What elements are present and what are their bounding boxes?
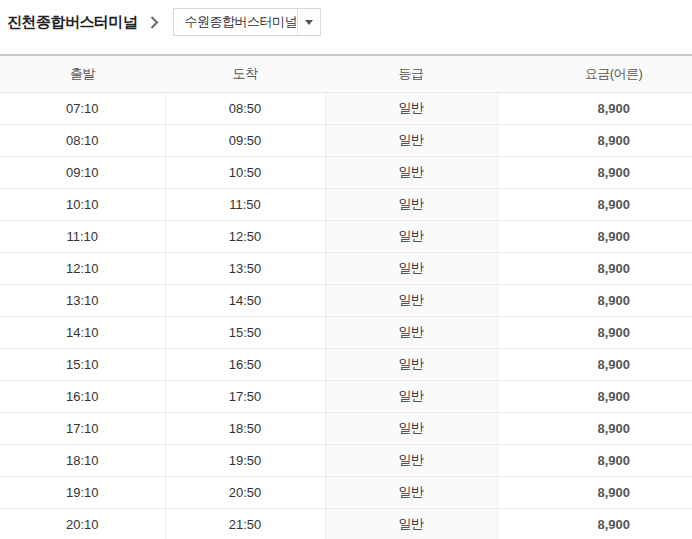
fare-adult: 8,900 (497, 316, 692, 348)
departure-time: 17:10 (0, 412, 165, 444)
fare-adult: 8,900 (497, 412, 692, 444)
table-row: 13:10 14:50 일반 8,900 (0, 284, 692, 316)
table-row: 14:10 15:50 일반 8,900 (0, 316, 692, 348)
col-header-fare: 요금(어른) (497, 55, 692, 92)
table-row: 16:10 17:50 일반 8,900 (0, 380, 692, 412)
departure-time: 13:10 (0, 284, 165, 316)
dropdown-arrow-icon[interactable] (297, 9, 320, 35)
table-row: 20:10 21:50 일반 8,900 (0, 508, 692, 539)
col-header-grade: 등급 (325, 55, 497, 92)
bus-grade: 일반 (325, 476, 497, 508)
fare-adult: 8,900 (497, 188, 692, 220)
table-row: 10:10 11:50 일반 8,900 (0, 188, 692, 220)
destination-dropdown-value: 수원종합버스터미널 (174, 9, 298, 35)
origin-terminal-title: 진천종합버스터미널 (7, 13, 138, 32)
arrival-time: 16:50 (165, 348, 325, 380)
fare-adult: 8,900 (497, 284, 692, 316)
departure-time: 16:10 (0, 380, 165, 412)
bus-grade: 일반 (325, 92, 497, 124)
fare-adult: 8,900 (497, 92, 692, 124)
table-row: 17:10 18:50 일반 8,900 (0, 412, 692, 444)
departure-time: 10:10 (0, 188, 165, 220)
arrival-time: 15:50 (165, 316, 325, 348)
departure-time: 08:10 (0, 124, 165, 156)
arrival-time: 11:50 (165, 188, 325, 220)
arrival-time: 08:50 (165, 92, 325, 124)
breadcrumb: 진천종합버스터미널 수원종합버스터미널 (7, 8, 692, 36)
bus-grade: 일반 (325, 252, 497, 284)
table-row: 12:10 13:50 일반 8,900 (0, 252, 692, 284)
arrival-time: 09:50 (165, 124, 325, 156)
table-row: 11:10 12:50 일반 8,900 (0, 220, 692, 252)
departure-time: 19:10 (0, 476, 165, 508)
departure-time: 12:10 (0, 252, 165, 284)
fare-adult: 8,900 (497, 508, 692, 539)
fare-adult: 8,900 (497, 124, 692, 156)
bus-grade: 일반 (325, 380, 497, 412)
fare-adult: 8,900 (497, 444, 692, 476)
bus-grade: 일반 (325, 188, 497, 220)
bus-grade: 일반 (325, 220, 497, 252)
fare-adult: 8,900 (497, 252, 692, 284)
bus-grade: 일반 (325, 156, 497, 188)
bus-grade: 일반 (325, 124, 497, 156)
table-row: 09:10 10:50 일반 8,900 (0, 156, 692, 188)
table-header-row: 출발 도착 등급 요금(어른) (0, 55, 692, 92)
departure-time: 15:10 (0, 348, 165, 380)
bus-grade: 일반 (325, 412, 497, 444)
arrival-time: 21:50 (165, 508, 325, 539)
departure-time: 18:10 (0, 444, 165, 476)
chevron-right-icon (150, 16, 159, 29)
bus-grade: 일반 (325, 348, 497, 380)
col-header-departure: 출발 (0, 55, 165, 92)
departure-time: 14:10 (0, 316, 165, 348)
col-header-arrival: 도착 (165, 55, 325, 92)
table-row: 07:10 08:50 일반 8,900 (0, 92, 692, 124)
arrival-time: 13:50 (165, 252, 325, 284)
fare-adult: 8,900 (497, 380, 692, 412)
bus-grade: 일반 (325, 316, 497, 348)
bus-grade: 일반 (325, 284, 497, 316)
table-row: 19:10 20:50 일반 8,900 (0, 476, 692, 508)
bus-grade: 일반 (325, 508, 497, 539)
table-row: 08:10 09:50 일반 8,900 (0, 124, 692, 156)
arrival-time: 14:50 (165, 284, 325, 316)
arrival-time: 12:50 (165, 220, 325, 252)
table-row: 18:10 19:50 일반 8,900 (0, 444, 692, 476)
arrival-time: 18:50 (165, 412, 325, 444)
destination-dropdown[interactable]: 수원종합버스터미널 (173, 8, 321, 36)
departure-time: 11:10 (0, 220, 165, 252)
departure-time: 20:10 (0, 508, 165, 539)
arrival-time: 20:50 (165, 476, 325, 508)
fare-adult: 8,900 (497, 348, 692, 380)
table-row: 15:10 16:50 일반 8,900 (0, 348, 692, 380)
timetable: 출발 도착 등급 요금(어른) 07:10 08:50 일반 8,900 08:… (0, 54, 692, 539)
arrival-time: 19:50 (165, 444, 325, 476)
arrival-time: 17:50 (165, 380, 325, 412)
arrival-time: 10:50 (165, 156, 325, 188)
departure-time: 07:10 (0, 92, 165, 124)
fare-adult: 8,900 (497, 156, 692, 188)
departure-time: 09:10 (0, 156, 165, 188)
bus-grade: 일반 (325, 444, 497, 476)
fare-adult: 8,900 (497, 476, 692, 508)
fare-adult: 8,900 (497, 220, 692, 252)
